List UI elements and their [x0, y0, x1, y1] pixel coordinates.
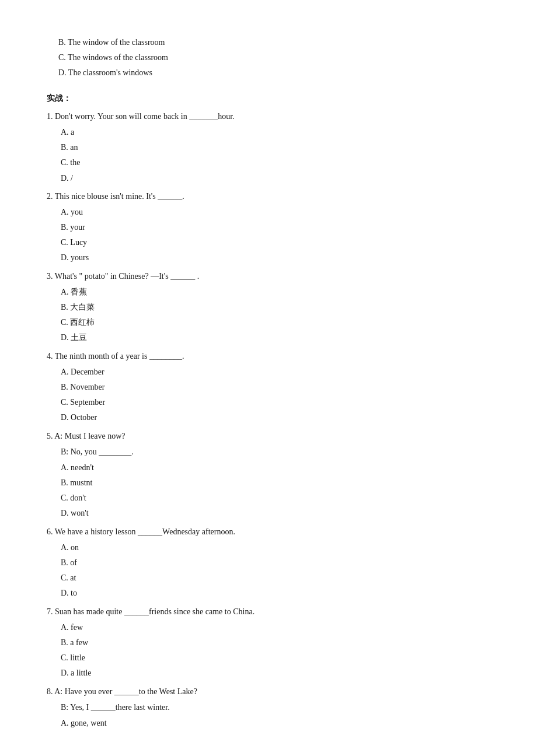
- q4-option-d: D. October: [61, 410, 490, 425]
- question-1-text: 1. Don't worry. Your son will come back …: [47, 109, 490, 124]
- question-4: 4. The ninth month of a year is ________…: [47, 349, 490, 425]
- q2-option-a: A. you: [61, 205, 490, 219]
- q4-option-c: C. September: [61, 395, 490, 410]
- q3-option-d: D. 土豆: [61, 330, 490, 345]
- question-2: 2. This nice blouse isn't mine. It's ___…: [47, 189, 490, 265]
- q2-option-b: B. your: [61, 220, 490, 235]
- question-5-options: A. needn't B. mustnt C. don't D. won't: [47, 460, 490, 521]
- q6-option-b: B. of: [61, 555, 490, 570]
- question-8-subtext: B: Yes, I ______there last winter.: [47, 700, 490, 715]
- question-7: 7. Suan has made quite ______friends sin…: [47, 604, 490, 681]
- q2-option-c: C. Lucy: [61, 235, 490, 250]
- q1-option-c: C. the: [61, 155, 490, 170]
- q7-option-b: B. a few: [61, 635, 490, 650]
- question-1: 1. Don't worry. Your son will come back …: [47, 109, 490, 186]
- question-3-text: 3. What's " potato" in Chinese? —It's __…: [47, 269, 490, 284]
- question-7-options: A. few B. a few C. little D. a little: [47, 620, 490, 681]
- q5-option-d: D. won't: [61, 506, 490, 520]
- question-6: 6. We have a history lesson ______Wednes…: [47, 524, 490, 601]
- question-6-text: 6. We have a history lesson ______Wednes…: [47, 524, 490, 539]
- q7-option-d: D. a little: [61, 666, 490, 680]
- question-8-text: 8. A: Have you ever ______to the West La…: [47, 684, 490, 699]
- question-5-subtext: B: No, you ________.: [47, 444, 490, 459]
- question-4-text: 4. The ninth month of a year is ________…: [47, 349, 490, 363]
- question-8-options: A. gone, went: [47, 716, 490, 730]
- q4-option-a: A. December: [61, 365, 490, 379]
- section-title: 实战：: [47, 91, 490, 106]
- intro-option-c: C. The windows of the classroom: [58, 50, 490, 65]
- question-4-options: A. December B. November C. September D. …: [47, 365, 490, 425]
- question-1-options: A. a B. an C. the D. /: [47, 125, 490, 186]
- intro-option-d: D. The classroom's windows: [58, 65, 490, 80]
- question-5-text: 5. A: Must I leave now?: [47, 429, 490, 443]
- question-3: 3. What's " potato" in Chinese? —It's __…: [47, 269, 490, 345]
- q3-option-b: B. 大白菜: [61, 300, 490, 314]
- q6-option-c: C. at: [61, 570, 490, 585]
- q8-option-a: A. gone, went: [61, 716, 490, 730]
- q7-option-c: C. little: [61, 650, 490, 665]
- question-6-options: A. on B. of C. at D. to: [47, 540, 490, 601]
- intro-option-b: B. The window of the classroom: [58, 35, 490, 50]
- q5-option-a: A. needn't: [61, 460, 490, 475]
- intro-options: B. The window of the classroom C. The wi…: [47, 35, 490, 80]
- q7-option-a: A. few: [61, 620, 490, 635]
- q2-option-d: D. yours: [61, 250, 490, 265]
- question-7-text: 7. Suan has made quite ______friends sin…: [47, 604, 490, 619]
- question-5: 5. A: Must I leave now? B: No, you _____…: [47, 429, 490, 521]
- q4-option-b: B. November: [61, 380, 490, 394]
- q1-option-b: B. an: [61, 140, 490, 155]
- q3-option-c: C. 西红柿: [61, 315, 490, 330]
- q1-option-a: A. a: [61, 125, 490, 139]
- question-2-options: A. you B. your C. Lucy D. yours: [47, 205, 490, 265]
- question-8: 8. A: Have you ever ______to the West La…: [47, 684, 490, 731]
- question-3-options: A. 香蕉 B. 大白菜 C. 西红柿 D. 土豆: [47, 285, 490, 345]
- q5-option-b: B. mustnt: [61, 475, 490, 490]
- q5-option-c: C. don't: [61, 491, 490, 505]
- q3-option-a: A. 香蕉: [61, 285, 490, 299]
- q1-option-d: D. /: [61, 171, 490, 186]
- q6-option-a: A. on: [61, 540, 490, 555]
- question-2-text: 2. This nice blouse isn't mine. It's ___…: [47, 189, 490, 204]
- q6-option-d: D. to: [61, 586, 490, 600]
- questions-container: 1. Don't worry. Your son will come back …: [47, 109, 490, 730]
